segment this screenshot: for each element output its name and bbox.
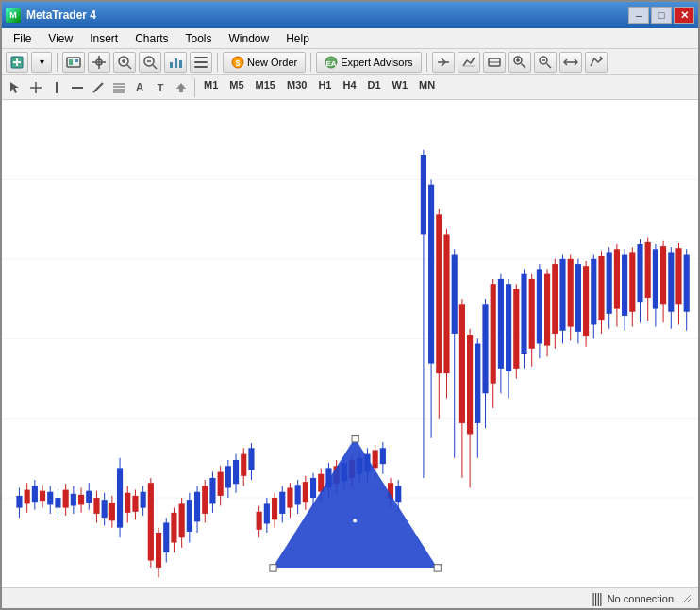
separator3 [310,53,311,72]
svg-rect-5 [75,59,78,62]
new-chart-button[interactable] [6,52,28,73]
horizontal-line-tool[interactable] [68,78,87,97]
svg-rect-220 [668,252,674,311]
period-m5[interactable]: M5 [225,78,248,97]
svg-rect-170 [475,344,480,423]
period-m15[interactable]: M15 [251,78,280,97]
svg-marker-38 [10,82,19,93]
svg-rect-166 [459,304,465,423]
fibo-tool[interactable] [109,78,128,97]
svg-rect-194 [568,259,574,327]
bars-indicator: |||| [592,591,602,606]
svg-rect-106 [209,478,215,503]
menu-help[interactable]: Help [278,30,317,47]
svg-marker-48 [176,83,186,92]
svg-rect-98 [179,503,185,537]
crosshair-tool[interactable] [26,78,45,97]
tb-zoom-out2[interactable] [534,52,557,73]
new-order-button[interactable]: $ New Order [223,52,306,73]
close-button[interactable]: ✕ [674,7,694,24]
menu-tools[interactable]: Tools [178,30,220,47]
svg-rect-188 [544,274,550,346]
svg-rect-20 [194,61,208,63]
connection-status: No connection [608,593,674,604]
expert-advisors-label: Expert Advisors [341,57,412,68]
period-h1[interactable]: H1 [313,78,336,97]
svg-rect-132 [310,478,316,498]
svg-rect-114 [241,454,246,476]
zoom-in-button[interactable] [113,52,136,73]
svg-rect-210 [629,252,635,311]
menu-window[interactable]: Window [222,30,277,47]
profiles-button[interactable] [62,52,85,73]
title-bar: M MetaTrader 4 – □ ✕ [2,2,698,28]
svg-rect-80 [109,503,115,520]
svg-rect-56 [16,496,22,508]
svg-rect-150 [380,448,386,464]
expert-advisors-button[interactable]: EA Expert Advisors [316,52,421,73]
maximize-button[interactable]: □ [651,7,672,24]
dropdown-arrow[interactable]: ▾ [31,52,52,73]
svg-rect-64 [47,492,53,505]
crosshair-button[interactable] [88,52,110,73]
svg-rect-120 [264,503,270,523]
svg-rect-116 [248,448,254,470]
svg-rect-180 [513,289,519,368]
menu-file[interactable]: File [6,30,39,47]
svg-rect-190 [552,264,558,334]
menu-charts[interactable]: Charts [127,30,175,47]
chart-svg [2,100,698,587]
svg-rect-82 [117,468,123,527]
period-d1[interactable]: D1 [363,78,386,97]
new-order-label: New Order [247,57,297,68]
separator4 [426,53,427,72]
period-m30[interactable]: M30 [282,78,311,97]
arrows-tool[interactable] [172,78,191,97]
trend-line-tool[interactable] [89,78,108,97]
tb-extra3[interactable] [483,52,506,73]
svg-line-43 [93,83,103,92]
svg-rect-74 [86,491,92,503]
svg-rect-198 [583,266,589,336]
svg-rect-18 [179,60,182,68]
period-h4[interactable]: H4 [338,78,360,97]
svg-rect-90 [148,483,154,560]
svg-rect-184 [529,279,535,349]
text-tool[interactable]: A [130,78,149,97]
svg-rect-84 [125,493,130,513]
period-m1[interactable]: M1 [199,78,223,97]
tb-zoom-mag[interactable] [508,52,531,73]
tb-extra2[interactable] [458,52,480,73]
svg-rect-154 [395,486,401,502]
tb-autoscroll[interactable] [585,52,608,73]
svg-rect-122 [272,498,277,519]
svg-line-230 [683,595,691,602]
period-separator [194,78,195,97]
tb-extra1[interactable] [432,52,455,73]
properties-button[interactable] [190,52,212,73]
zoom-out-button[interactable] [139,52,161,73]
svg-rect-112 [233,460,239,484]
menu-bar: File View Insert Charts Tools Window Hel… [2,28,698,49]
chart-type-button[interactable] [164,52,187,73]
svg-rect-224 [684,255,690,312]
svg-rect-58 [25,490,30,504]
menu-view[interactable]: View [41,30,80,47]
cursor-tool[interactable] [6,78,25,97]
svg-rect-200 [591,259,596,325]
svg-rect-88 [141,492,146,508]
chart-area[interactable]: Triangle [2,100,698,587]
period-mn[interactable]: MN [414,78,440,97]
svg-rect-17 [175,58,177,68]
menu-insert[interactable]: Insert [82,30,125,47]
period-w1[interactable]: W1 [388,78,413,97]
separator1 [57,53,58,72]
label-tool[interactable]: T [151,78,170,97]
svg-line-231 [687,599,691,602]
svg-rect-60 [32,486,38,502]
separator2 [217,53,218,72]
tb-fix-scale[interactable] [559,52,582,73]
vertical-line-tool[interactable] [47,78,66,97]
minimize-button[interactable]: – [628,7,649,24]
svg-rect-222 [675,248,681,304]
